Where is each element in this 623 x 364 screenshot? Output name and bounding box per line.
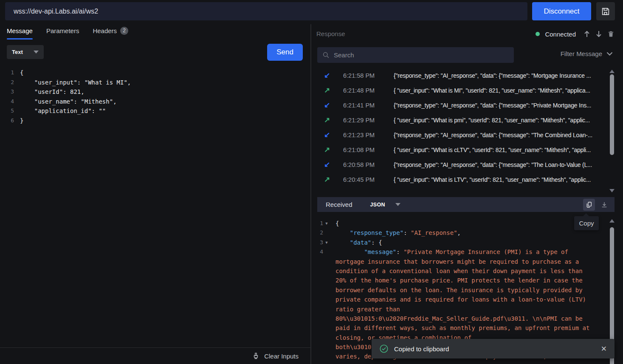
message-time: 6:21:41 PM xyxy=(343,102,394,109)
message-preview: { "user_input": "What is cLTV", "userId"… xyxy=(394,147,609,153)
line-number: 6 xyxy=(0,116,14,126)
received-arrow-icon: ↙ xyxy=(324,130,333,139)
line-number xyxy=(311,266,323,276)
message-row[interactable]: ↙6:21:23 PM{"response_type": "AI_respons… xyxy=(311,127,609,142)
tab-parameters[interactable]: Parameters xyxy=(46,26,79,40)
viewer-line: 2 "response_type": "AI_response", xyxy=(311,228,615,237)
editor-line[interactable]: 1{ xyxy=(0,68,131,78)
message-preview: {"response_type": "AI_response", "data":… xyxy=(394,102,609,109)
message-time: 6:21:48 PM xyxy=(343,87,394,94)
editor-line[interactable]: 4 "user_name": "Mithesh", xyxy=(0,97,131,107)
message-row[interactable]: ↗6:21:08 PM{ "user_input": "What is cLTV… xyxy=(311,142,609,157)
line-number xyxy=(311,276,323,285)
search-icon xyxy=(322,51,330,59)
arrow-down-icon xyxy=(595,30,602,38)
collapse-caret-icon[interactable]: ▼ xyxy=(323,238,330,247)
scroll-up-button[interactable] xyxy=(584,30,590,38)
viewer-line: 3▼ "data": { xyxy=(311,238,615,247)
line-number xyxy=(311,333,323,342)
viewer-line: private companies and is required for lo… xyxy=(311,295,615,304)
send-button[interactable]: Send xyxy=(267,44,303,61)
collapse-caret-icon xyxy=(323,323,330,333)
editor-code: { xyxy=(20,68,23,78)
viewer-code: private companies and is required for lo… xyxy=(335,295,586,304)
message-preview: {"response_type": "AI_response", "data":… xyxy=(394,72,609,79)
editor-code: "userId": 821, xyxy=(20,87,85,97)
collapse-caret-icon[interactable]: ▼ xyxy=(323,219,330,228)
editor-line[interactable]: 2 "user_input": "What is MI", xyxy=(0,78,131,87)
editor-code: } xyxy=(20,116,23,126)
scrollbar-thumb[interactable] xyxy=(610,74,614,155)
line-number: 2 xyxy=(311,228,323,237)
websocket-url-input[interactable] xyxy=(5,2,527,20)
collapse-caret-icon xyxy=(323,276,330,285)
connected-dot-icon xyxy=(536,32,540,36)
line-number xyxy=(311,314,323,323)
copied-toast: Copied to clipboard ✕ xyxy=(372,339,615,358)
filter-message-dropdown[interactable]: Filter Message xyxy=(561,50,613,57)
viewer-code: ratio greater than xyxy=(335,305,400,314)
line-number xyxy=(311,352,323,361)
editor-line[interactable]: 6} xyxy=(0,116,131,126)
message-editor[interactable]: 1{2 "user_input": "What is MI",3 "userId… xyxy=(0,68,131,125)
message-list-scrollbar[interactable] xyxy=(609,70,615,194)
viewer-code: both\u3010 xyxy=(335,342,371,352)
clear-messages-button[interactable] xyxy=(607,30,615,38)
editor-code: "application_id": "" xyxy=(20,106,106,116)
tab-headers[interactable]: Headers 2 xyxy=(93,26,128,40)
search-input[interactable] xyxy=(334,51,509,59)
message-format-select[interactable]: Text xyxy=(7,45,44,59)
viewer-code: paid in different ways, such as monthly … xyxy=(335,323,589,333)
line-number xyxy=(311,342,323,352)
connection-status-label: Connected xyxy=(545,31,576,38)
save-icon xyxy=(601,7,610,16)
viewer-code: borrower defaults on the loan. The insur… xyxy=(335,285,583,295)
line-number: 4 xyxy=(0,97,14,107)
trash-icon xyxy=(607,30,615,38)
message-search xyxy=(317,47,514,63)
download-icon xyxy=(601,201,608,208)
message-row[interactable]: ↗6:21:29 PM{ "user_input": "What is pmi"… xyxy=(311,113,609,127)
sent-arrow-icon: ↗ xyxy=(324,175,333,184)
message-row[interactable]: ↙6:20:58 PM{"response_type": "AI_respons… xyxy=(311,157,609,172)
viewer-code: "response_type": "AI_response", xyxy=(335,228,461,237)
viewer-code: 80%\u301015:0\u2020Freddie_Mac_Seller_Gu… xyxy=(335,314,583,323)
line-number xyxy=(311,295,323,304)
viewer-format-label[interactable]: JSON xyxy=(370,202,385,208)
collapse-caret-icon xyxy=(323,305,330,314)
copy-button[interactable] xyxy=(583,199,595,211)
toast-close-button[interactable]: ✕ xyxy=(601,344,607,353)
message-row[interactable]: ↙6:21:58 PM{"response_type": "AI_respons… xyxy=(311,68,609,83)
check-circle-icon xyxy=(379,344,389,353)
tab-message[interactable]: Message xyxy=(7,26,33,40)
viewer-tab-received[interactable]: Received xyxy=(326,201,352,208)
viewer-code: 20% of the home's purchase price. PMI pr… xyxy=(335,276,583,285)
sent-arrow-icon: ↗ xyxy=(324,145,333,154)
collapse-caret-icon xyxy=(323,257,330,266)
request-panel: Message Parameters Headers 2 Text Send 1… xyxy=(0,24,310,364)
message-preview: { "user_input": "What is MI", "userId": … xyxy=(394,87,609,94)
line-number xyxy=(311,285,323,295)
line-number: 3 xyxy=(311,238,323,247)
disconnect-button[interactable]: Disconnect xyxy=(532,2,591,20)
viewer-code: { xyxy=(335,219,339,228)
scrollbar-down-icon[interactable] xyxy=(609,189,615,192)
message-time: 6:21:58 PM xyxy=(343,72,394,79)
editor-line[interactable]: 5 "application_id": "" xyxy=(0,106,131,116)
message-row[interactable]: ↙6:21:41 PM{"response_type": "AI_respons… xyxy=(311,98,609,113)
collapse-caret-icon xyxy=(323,342,330,352)
save-button[interactable] xyxy=(596,2,615,20)
scrollbar-up-icon[interactable] xyxy=(609,70,615,73)
message-preview: {"response_type": "AI_response", "data":… xyxy=(394,132,609,138)
chevron-down-icon[interactable] xyxy=(395,203,400,206)
viewer-line: ratio greater than xyxy=(311,305,615,314)
message-row[interactable]: ↗6:20:45 PM{ "user_input": "What is LTV"… xyxy=(311,172,609,187)
message-row[interactable]: ↗6:21:48 PM{ "user_input": "What is MI",… xyxy=(311,83,609,98)
line-number: 4 xyxy=(311,247,323,257)
scroll-down-button[interactable] xyxy=(595,30,602,38)
clear-inputs-button[interactable]: Clear Inputs xyxy=(0,347,310,364)
editor-line[interactable]: 3 "userId": 821, xyxy=(0,87,131,97)
clear-brush-icon xyxy=(252,352,260,360)
scrollbar-up-icon[interactable] xyxy=(609,219,615,223)
download-button[interactable] xyxy=(598,199,610,211)
